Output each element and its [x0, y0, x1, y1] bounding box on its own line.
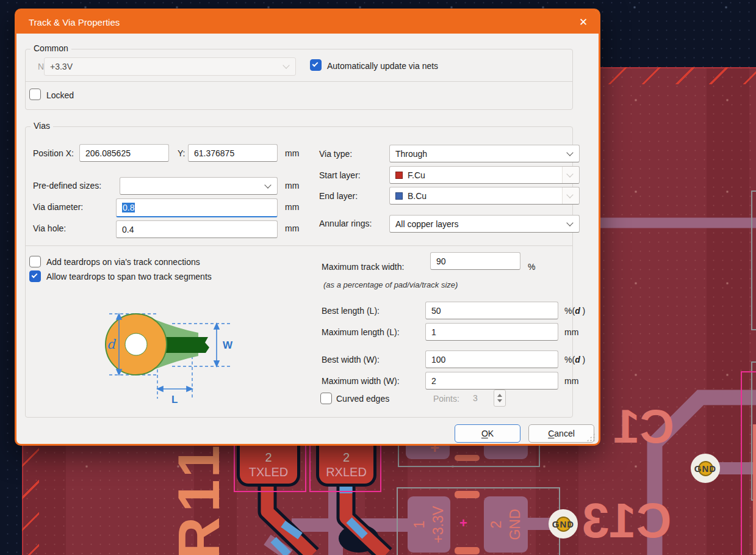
- layer-color-swatch: [395, 192, 403, 200]
- locked-checkbox[interactable]: [29, 89, 41, 100]
- end-layer-value: B.Cu: [408, 191, 427, 201]
- position-x-label: Position X:: [33, 148, 74, 158]
- teardrop-diagram: d W L: [53, 279, 254, 408]
- locked-label: Locked: [46, 90, 74, 100]
- chevron-down-icon: [283, 62, 289, 68]
- max-length-unit: mm: [564, 327, 578, 337]
- courtyard-back-right: [751, 190, 756, 330]
- silkscreen-bar: [455, 491, 480, 498]
- max-length-label: Maximum length (L):: [322, 327, 400, 337]
- chevron-down-icon: [264, 181, 271, 188]
- position-y-field[interactable]: 61.376875: [188, 144, 278, 162]
- curved-edges-label: Curved edges: [336, 394, 389, 404]
- max-width-field[interactable]: 2: [425, 372, 558, 390]
- via-type-combobox[interactable]: Through: [389, 145, 580, 162]
- via-type-value: Through: [395, 149, 427, 159]
- silkscreen-edge-strip: [753, 424, 756, 554]
- dialog-titlebar[interactable]: Track & Via Properties ✕: [16, 10, 599, 34]
- anchor-plus: +: [459, 515, 467, 531]
- silkscreen-ref-r11: R11: [170, 440, 228, 555]
- max-track-width-unit: %: [528, 262, 535, 272]
- check-icon: [312, 61, 319, 67]
- via-type-label: Via type:: [319, 149, 352, 159]
- max-length-field[interactable]: 1: [425, 323, 558, 341]
- predefined-unit: mm: [285, 181, 299, 190]
- best-width-value: 100: [431, 355, 445, 365]
- annular-rings-combobox[interactable]: All copper layers: [389, 215, 580, 233]
- net-combobox: +3.3V: [44, 57, 296, 76]
- via-hole-field[interactable]: 0.4: [116, 220, 278, 238]
- spin-up-icon: [497, 394, 502, 397]
- ok-button[interactable]: OK: [455, 424, 520, 443]
- max-width-value: 2: [431, 376, 436, 386]
- via-net-label: GND: [694, 463, 716, 474]
- best-width-label: Best width (W):: [322, 355, 380, 365]
- percentage-note: (as a percentage of pad/via/track size): [323, 280, 458, 289]
- best-length-label: Best length (L):: [322, 306, 380, 316]
- position-x-field[interactable]: 206.085625: [79, 144, 169, 162]
- close-icon[interactable]: ✕: [574, 13, 592, 31]
- silkscreen-ref-c13-mirrored: C13: [572, 496, 681, 546]
- max-track-width-field[interactable]: 90: [430, 252, 520, 270]
- points-spinner: 3: [469, 390, 506, 407]
- max-track-width-label: Maximum track width:: [322, 262, 404, 272]
- best-width-field[interactable]: 100: [425, 350, 558, 368]
- auto-update-checkbox[interactable]: [310, 59, 322, 71]
- via-diameter-field[interactable]: 0.8: [116, 198, 278, 217]
- diagram-label-w: W: [223, 339, 233, 351]
- position-x-value: 206.085625: [85, 148, 131, 158]
- best-length-value: 50: [431, 306, 441, 316]
- track-via-properties-dialog: Track & Via Properties ✕ Common Net: +3.…: [15, 9, 600, 446]
- position-y-label: Y:: [178, 148, 185, 158]
- vias-group-legend: Vias: [31, 121, 53, 131]
- auto-update-label: Automatically update via nets: [327, 61, 438, 71]
- curved-edges-checkbox[interactable]: [320, 393, 332, 404]
- best-length-field[interactable]: 50: [425, 302, 558, 319]
- chevron-down-icon: [566, 219, 573, 226]
- max-length-value: 1: [431, 327, 436, 337]
- via-hole-unit: mm: [285, 223, 299, 233]
- cancel-button[interactable]: Cancel: [528, 424, 594, 443]
- layer-color-swatch: [395, 172, 403, 179]
- max-width-unit: mm: [564, 376, 578, 386]
- start-layer-value: F.Cu: [408, 170, 425, 180]
- dialog-title: Track & Via Properties: [29, 17, 120, 27]
- pad-gnd: 2 GND: [484, 496, 528, 553]
- annular-rings-value: All copper layers: [395, 219, 459, 229]
- via-diameter-value: 0.8: [122, 203, 135, 212]
- add-teardrops-label: Add teardrops on via's track connections: [46, 257, 200, 267]
- start-layer-combobox[interactable]: F.Cu: [389, 166, 580, 184]
- end-layer-combobox[interactable]: B.Cu: [389, 187, 580, 205]
- common-group-legend: Common: [31, 43, 71, 53]
- net-value: +3.3V: [50, 62, 73, 71]
- gnd-via: GND: [549, 509, 578, 539]
- position-y-value: 61.376875: [194, 148, 234, 158]
- via-net-label: GND: [552, 519, 574, 529]
- add-teardrops-checkbox[interactable]: [29, 256, 41, 267]
- spin-down-icon: [497, 399, 502, 402]
- points-value: 3: [469, 393, 494, 403]
- predefined-sizes-combobox[interactable]: [120, 177, 278, 195]
- common-separator: [26, 81, 572, 82]
- gnd-via: GND: [691, 454, 720, 483]
- teardrop-separator: [26, 245, 572, 246]
- best-width-unit: %(d ): [564, 355, 585, 365]
- predefined-sizes-label: Pre-defined sizes:: [33, 181, 101, 190]
- silkscreen-bar: [455, 455, 480, 461]
- pad-label: 2 GND: [487, 509, 525, 540]
- chevron-down-icon: [566, 149, 573, 156]
- start-layer-label: Start layer:: [319, 170, 361, 180]
- silkscreen-bar: [455, 547, 480, 554]
- via-hole-value: 0.4: [122, 225, 134, 234]
- via-diameter-label: Via diameter:: [33, 202, 83, 212]
- position-unit: mm: [285, 148, 299, 158]
- span-teardrops-checkbox[interactable]: [29, 270, 41, 282]
- pad-label: 1 +3.3V: [410, 506, 448, 543]
- via-diameter-unit: mm: [285, 202, 299, 212]
- pad-3v3: 1 +3.3V: [408, 496, 450, 553]
- diagram-label-l: L: [171, 394, 178, 405]
- max-track-width-value: 90: [436, 256, 446, 266]
- silkscreen-ref-c1-partial-mirrored: C1: [605, 402, 682, 451]
- end-layer-label: End layer:: [319, 191, 358, 201]
- check-icon: [32, 272, 38, 278]
